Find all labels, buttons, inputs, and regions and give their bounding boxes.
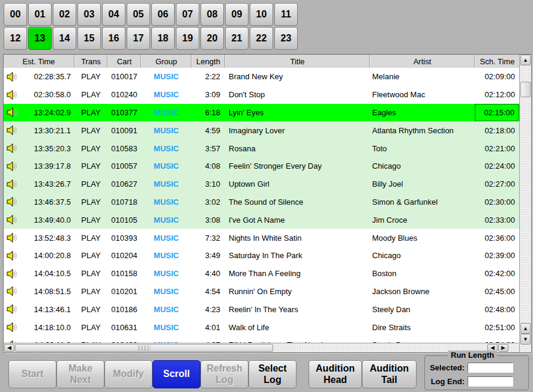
- refresh-log-button[interactable]: Refresh Log: [200, 360, 248, 388]
- speaker-icon: [7, 125, 17, 135]
- hour-button-09[interactable]: 09: [225, 3, 248, 26]
- selected-run-length-input[interactable]: [468, 363, 513, 373]
- log-row[interactable]: 13:43:26.7PLAY010627MUSIC3:10Uptown Girl…: [4, 175, 519, 193]
- hour-button-03[interactable]: 03: [77, 3, 101, 26]
- cell-sch-time: 02:45:00: [475, 283, 519, 301]
- hour-button-01[interactable]: 01: [28, 3, 52, 26]
- log-row[interactable]: 13:46:37.5PLAY010718MUSIC3:02The Sound o…: [4, 193, 519, 211]
- log-row[interactable]: 13:35:20.3PLAY010583MUSIC3:57RosanaToto0…: [4, 139, 519, 157]
- horizontal-scrollbar-thumb[interactable]: [15, 344, 273, 352]
- cell-title: Nights In White Satin: [225, 229, 370, 247]
- log-row[interactable]: 02:30:58.0PLAY010240MUSIC3:09Don't StopF…: [4, 86, 519, 104]
- hour-button-05[interactable]: 05: [127, 3, 150, 26]
- scroll-up-icon[interactable]: ▲: [520, 323, 531, 334]
- cell-artist: Boston: [370, 265, 475, 283]
- speaker-icon: [7, 215, 17, 225]
- log-row[interactable]: 13:49:40.0PLAY010105MUSIC3:08I've Got A …: [4, 211, 519, 229]
- make-next-button[interactable]: Make Next: [56, 360, 104, 388]
- horizontal-scrollbar[interactable]: ◀ ◀ ▶: [4, 343, 519, 352]
- cell-artist: Jackson Browne: [370, 283, 475, 301]
- cell-cart: 010377: [107, 104, 141, 122]
- log-row[interactable]: 14:22:11.2PLAY010400MUSIC4:27Rikki Don't…: [4, 336, 519, 343]
- log-end-run-length-input[interactable]: [468, 376, 513, 387]
- hour-button-07[interactable]: 07: [176, 3, 199, 26]
- hour-button-19[interactable]: 19: [176, 27, 199, 50]
- speaker-icon: [7, 179, 17, 189]
- log-row[interactable]: 13:24:02.9PLAY010377MUSIC6:18Lyin' EyesE…: [4, 104, 519, 122]
- audio-cut-cell: [4, 318, 20, 336]
- log-row[interactable]: 13:39:17.8PLAY010057MUSIC4:08Feelin' Str…: [4, 157, 519, 175]
- log-row[interactable]: 14:08:51.5PLAY010201MUSIC4:54Runnin' On …: [4, 283, 519, 301]
- start-button[interactable]: Start: [8, 360, 56, 388]
- hour-button-20[interactable]: 20: [200, 27, 224, 50]
- cell-length: 4:08: [191, 157, 225, 175]
- scroll-button[interactable]: Scroll: [152, 360, 200, 388]
- hour-button-04[interactable]: 04: [102, 3, 125, 26]
- cell-cart: 010627: [107, 175, 141, 193]
- speaker-icon: [7, 197, 17, 207]
- cell-length: 6:18: [191, 104, 225, 122]
- vertical-scrollbar-thumb[interactable]: [520, 82, 531, 97]
- vertical-scrollbar[interactable]: ▲ ▲ ▼: [519, 55, 531, 352]
- modify-button[interactable]: Modify: [104, 360, 152, 388]
- cell-cart: 010105: [107, 211, 141, 229]
- hour-row-am: 000102030405060708091011: [4, 3, 298, 26]
- hour-button-22[interactable]: 22: [250, 27, 273, 50]
- hour-button-17[interactable]: 17: [127, 27, 150, 50]
- cell-group: MUSIC: [141, 104, 191, 122]
- cell-trans: PLAY: [74, 265, 107, 283]
- cell-trans: PLAY: [74, 336, 107, 343]
- cell-group: MUSIC: [141, 86, 191, 104]
- log-row[interactable]: 13:30:21.1PLAY010091MUSIC4:59Imaginary L…: [4, 121, 519, 139]
- hour-button-10[interactable]: 10: [250, 3, 273, 26]
- hour-button-16[interactable]: 16: [102, 27, 125, 50]
- scroll-down-icon[interactable]: ▼: [520, 334, 531, 345]
- log-row[interactable]: 14:18:10.0PLAY010631MUSIC4:01Walk of Lif…: [4, 318, 519, 336]
- hour-button-08[interactable]: 08: [200, 3, 224, 26]
- log-row[interactable]: 14:13:46.1PLAY010186MUSIC4:23Reelin' In …: [4, 300, 519, 318]
- cell-sch-time: 02:27:00: [475, 175, 519, 193]
- cell-group: MUSIC: [141, 265, 191, 283]
- hour-button-23[interactable]: 23: [274, 27, 298, 50]
- scroll-left-icon[interactable]: ◀: [4, 344, 14, 352]
- cell-trans: PLAY: [74, 68, 107, 86]
- log-row[interactable]: 13:52:48.3PLAY010393MUSIC7:32Nights In W…: [4, 229, 519, 247]
- scroll-right-icon[interactable]: ▶: [498, 344, 508, 352]
- hour-button-00[interactable]: 00: [4, 3, 27, 26]
- hour-button-11[interactable]: 11: [274, 3, 298, 26]
- cell-est-time: 14:00:20.8: [20, 247, 74, 265]
- scroll-up-icon[interactable]: ▲: [520, 55, 531, 65]
- audition-head-button[interactable]: Audition Head: [309, 360, 362, 388]
- cell-est-time: 13:49:40.0: [20, 211, 74, 229]
- log-row[interactable]: 14:00:20.8PLAY010204MUSIC3:49Saturday In…: [4, 247, 519, 265]
- hour-button-13[interactable]: 13: [28, 27, 52, 50]
- log-row[interactable]: 14:04:10.5PLAY010158MUSIC4:40More Than A…: [4, 265, 519, 283]
- cell-cart: 010091: [107, 121, 141, 139]
- header-artist: Artist: [370, 55, 475, 68]
- hour-button-12[interactable]: 12: [4, 27, 27, 50]
- hour-button-02[interactable]: 02: [53, 3, 76, 26]
- cell-group: MUSIC: [141, 300, 191, 318]
- speaker-icon: [7, 286, 17, 296]
- audition-tail-button[interactable]: Audition Tail: [362, 360, 417, 388]
- audio-cut-cell: [4, 211, 20, 229]
- log-row[interactable]: 02:28:35.7PLAY010017MUSIC2:22Brand New K…: [4, 68, 519, 86]
- hour-button-15[interactable]: 15: [77, 27, 101, 50]
- audio-cut-cell: [4, 121, 20, 139]
- hour-button-14[interactable]: 14: [53, 27, 76, 50]
- cell-title: Don't Stop: [225, 86, 370, 104]
- select-log-button[interactable]: Select Log: [248, 360, 297, 388]
- audio-cut-cell: [4, 175, 20, 193]
- cell-cart: 010718: [107, 193, 141, 211]
- cell-group: MUSIC: [141, 211, 191, 229]
- audio-cut-cell: [4, 139, 20, 157]
- cell-title: The Sound of Silence: [225, 193, 370, 211]
- cell-title: Rikki Don't Lose That Number: [225, 336, 370, 343]
- audio-cut-cell: [4, 193, 20, 211]
- cell-title: Walk of Life: [225, 318, 370, 336]
- hour-button-21[interactable]: 21: [225, 27, 248, 50]
- hour-button-18[interactable]: 18: [151, 27, 175, 50]
- cell-trans: PLAY: [74, 318, 107, 336]
- audio-cut-cell: [4, 283, 20, 301]
- hour-button-06[interactable]: 06: [151, 3, 175, 26]
